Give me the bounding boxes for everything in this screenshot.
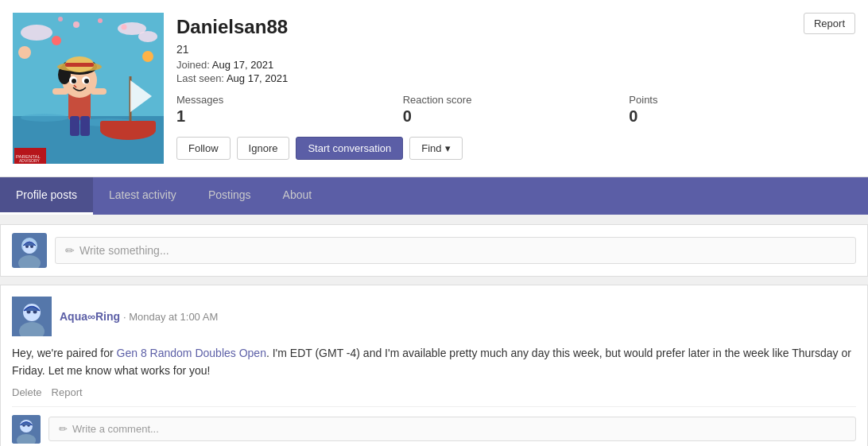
svg-point-26 <box>84 79 89 83</box>
svg-text:ADVISORY: ADVISORY <box>19 158 40 163</box>
comment-placeholder: Write a comment... <box>72 423 159 435</box>
profile-actions: Follow Ignore Start conversation Find ▾ <box>176 137 855 160</box>
start-conversation-button[interactable]: Start conversation <box>296 137 403 160</box>
messages-label: Messages <box>176 94 403 106</box>
profile-age: 21 <box>176 43 855 56</box>
profile-header: PARENTAL ADVISORY Danielsan88 21 Joined:… <box>0 0 868 177</box>
tab-postings[interactable]: Postings <box>192 177 267 215</box>
post-link[interactable]: Gen 8 Random Doubles Open <box>117 347 266 359</box>
profile-lastseen: Last seen: Aug 17, 2021 <box>176 72 855 84</box>
svg-point-8 <box>98 18 103 23</box>
tab-about[interactable]: About <box>267 177 328 215</box>
follow-button[interactable]: Follow <box>176 137 231 160</box>
pencil-icon: ✏ <box>65 244 75 257</box>
reaction-value: 0 <box>403 107 630 126</box>
svg-point-6 <box>138 31 157 42</box>
main-content: ✏ Write something... Aqua∞Ring · Monday … <box>0 215 868 446</box>
profile-stats: Messages 1 Reaction score 0 Points 0 <box>176 94 855 126</box>
profile-joined: Joined: Aug 17, 2021 <box>176 59 855 71</box>
stat-reaction: Reaction score 0 <box>403 94 630 126</box>
profile-avatar: PARENTAL ADVISORY <box>13 13 164 164</box>
svg-rect-12 <box>100 121 156 130</box>
svg-rect-28 <box>52 88 68 95</box>
post-time: Monday at 1:00 AM <box>129 311 218 323</box>
tabs-bar: Profile posts Latest activity Postings A… <box>0 177 868 215</box>
svg-point-25 <box>72 79 76 83</box>
svg-point-36 <box>142 51 153 62</box>
svg-point-35 <box>18 46 31 59</box>
joined-date: Aug 17, 2021 <box>212 59 273 71</box>
write-post-box: ✏ Write something... <box>0 224 868 277</box>
tab-latest-activity[interactable]: Latest activity <box>93 177 192 215</box>
stat-messages: Messages 1 <box>176 94 403 126</box>
report-action[interactable]: Report <box>52 386 83 398</box>
svg-point-7 <box>73 21 79 28</box>
post-actions: Delete Report <box>12 386 856 398</box>
comment-user-avatar <box>12 415 41 444</box>
svg-rect-22 <box>65 63 94 67</box>
write-post-placeholder: Write something... <box>79 244 169 257</box>
write-post-input[interactable]: ✏ Write something... <box>55 237 856 264</box>
find-button[interactable]: Find ▾ <box>409 137 462 160</box>
svg-point-4 <box>21 25 52 41</box>
comment-pencil-icon: ✏ <box>59 423 68 435</box>
svg-rect-31 <box>80 116 90 136</box>
find-label: Find <box>421 142 441 154</box>
points-value: 0 <box>629 107 855 126</box>
messages-value: 1 <box>176 107 403 126</box>
post-author-avatar <box>12 297 52 336</box>
joined-label: Joined: <box>176 59 210 71</box>
post-card: Aqua∞Ring · Monday at 1:00 AM Hey, we're… <box>0 285 868 446</box>
svg-rect-29 <box>91 88 107 95</box>
svg-point-9 <box>122 25 127 30</box>
current-user-avatar <box>12 233 47 268</box>
svg-point-37 <box>52 36 61 45</box>
stat-points: Points 0 <box>629 94 855 126</box>
post-author-name[interactable]: Aqua∞Ring <box>60 310 120 323</box>
svg-rect-30 <box>70 116 79 136</box>
report-button[interactable]: Report <box>804 13 855 34</box>
svg-point-10 <box>58 17 63 21</box>
post-meta: Aqua∞Ring · Monday at 1:00 AM <box>60 310 856 323</box>
profile-username: Danielsan88 <box>176 16 855 38</box>
profile-info: Danielsan88 21 Joined: Aug 17, 2021 Last… <box>176 13 855 160</box>
post-text-before-link: Hey, we're paired for <box>12 347 117 359</box>
ignore-button[interactable]: Ignore <box>237 137 290 160</box>
lastseen-label: Last seen: <box>176 72 224 84</box>
comment-input[interactable]: ✏ Write a comment... <box>48 417 856 441</box>
post-header: Aqua∞Ring · Monday at 1:00 AM <box>12 297 856 336</box>
lastseen-date: Aug 17, 2021 <box>227 72 288 84</box>
reaction-label: Reaction score <box>403 94 630 106</box>
svg-point-2 <box>21 114 68 122</box>
post-body: Hey, we're paired for Gen 8 Random Doubl… <box>12 344 856 380</box>
points-label: Points <box>629 94 855 106</box>
tab-profile-posts[interactable]: Profile posts <box>0 177 93 215</box>
delete-action[interactable]: Delete <box>12 386 42 398</box>
comment-box: ✏ Write a comment... <box>12 406 856 444</box>
chevron-down-icon: ▾ <box>445 142 451 154</box>
